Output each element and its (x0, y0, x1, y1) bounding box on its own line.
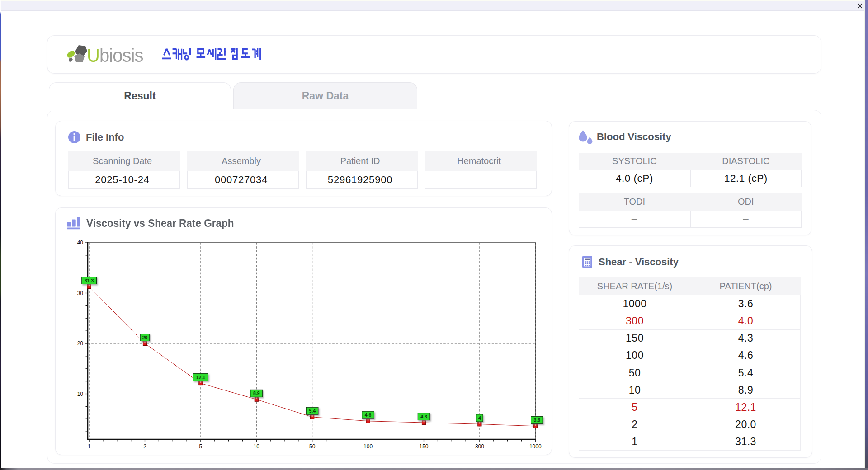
svg-text:40: 40 (77, 240, 84, 246)
svg-text:1: 1 (88, 443, 91, 450)
svg-text:1000: 1000 (529, 443, 542, 450)
svg-text:30: 30 (77, 290, 84, 296)
svg-text:4.6: 4.6 (365, 412, 372, 418)
svg-text:3.6: 3.6 (533, 417, 540, 423)
svg-text:20: 20 (77, 340, 84, 347)
svg-text:5: 5 (199, 443, 203, 450)
svg-text:150: 150 (419, 443, 428, 450)
svg-text:4: 4 (478, 415, 481, 421)
svg-text:300: 300 (475, 443, 484, 450)
svg-text:5.4: 5.4 (309, 408, 316, 414)
svg-text:100: 100 (363, 443, 373, 450)
svg-text:4.3: 4.3 (420, 414, 427, 419)
svg-text:10: 10 (254, 443, 260, 450)
svg-text:20: 20 (142, 335, 148, 340)
svg-text:10: 10 (77, 391, 84, 397)
svg-text:2: 2 (143, 443, 146, 450)
svg-text:50: 50 (309, 443, 316, 450)
svg-text:31.3: 31.3 (85, 278, 94, 283)
svg-text:12.1: 12.1 (196, 375, 206, 380)
svg-text:8.9: 8.9 (253, 390, 260, 396)
